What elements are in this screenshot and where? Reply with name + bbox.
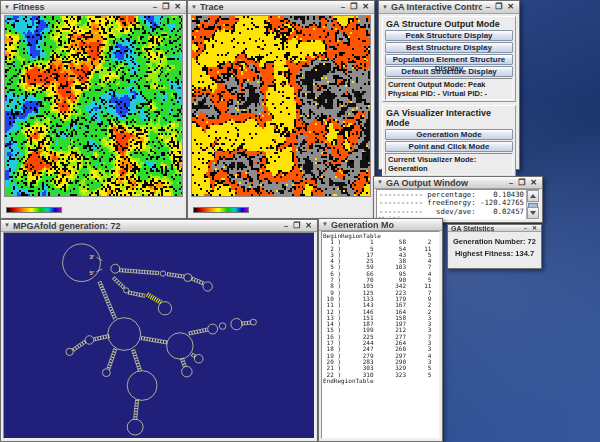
status-panel: Current Output Mode: PeakPhysical PID: -…	[385, 78, 513, 100]
generation-number-value: Generation Number: 72	[450, 236, 539, 248]
mpgafold-window-title: MPGAfold generation: 72	[13, 221, 280, 231]
fitness-map-frame	[4, 15, 183, 197]
fitness-titlebar[interactable]: ▼ Fitness – ❐ ✕	[1, 1, 186, 14]
status-panel: Current Visualizer Mode: Generation	[385, 153, 513, 175]
maximize-icon[interactable]: ❐	[161, 2, 170, 12]
generation-table-window: ▼ Generation Mo BeginRegionTable 1 ) 1 5…	[318, 218, 443, 442]
fitness-window-title: Fitness	[13, 2, 149, 12]
maximize-icon[interactable]: ❐	[494, 2, 503, 12]
ga-output-window-title: GA Output Window	[386, 178, 505, 188]
ga-statistics-body: Generation Number: 72 Highest Fitness: 1…	[448, 232, 541, 262]
fitness-colorbar	[6, 207, 62, 213]
ga-output-titlebar[interactable]: ▼ GA Output Window – ❐ ✕	[374, 177, 542, 189]
window-menu-icon[interactable]: ▼	[4, 220, 10, 232]
point-and-click-mode-button[interactable]: Point and Click Mode	[385, 141, 513, 152]
best-structure-display-button[interactable]: Best Structure Display	[385, 42, 513, 53]
region-table: BeginRegionTable 1 ) 1 58 2 -3.3 2 ) 5 5…	[322, 232, 439, 384]
mpgafold-window: ▼ MPGAfold generation: 72 – ❐ ✕ 3'5'	[0, 219, 318, 442]
close-icon[interactable]: ✕	[506, 2, 515, 12]
output-scrollbar[interactable]	[526, 190, 539, 219]
status-line: Current Output Mode: Peak	[388, 80, 510, 89]
control-group: GA Structure Output ModePeak Structure D…	[382, 16, 516, 102]
status-line: Current Visualizer Mode: Generation	[388, 155, 510, 173]
ga-statistics-window-title: GA Statistics	[451, 225, 520, 232]
minimize-icon[interactable]: –	[508, 178, 514, 188]
control-group: GA Visualizer Interactive ModeGeneration…	[382, 105, 516, 177]
ga-output-body: ---------- percentage: 0.104309 --------…	[376, 189, 540, 220]
trace-colorbar	[193, 207, 249, 213]
default-structure-display-button[interactable]: Default Structure Display	[385, 66, 513, 77]
generation-table-body: BeginRegionTable 1 ) 1 58 2 -3.3 2 ) 5 5…	[321, 231, 440, 439]
window-menu-icon[interactable]: ▼	[322, 219, 328, 231]
scroll-down-button[interactable]	[527, 207, 539, 219]
ga-controls-window-title: GA Interactive Controls	[391, 2, 482, 12]
three-prime-label: 3'	[89, 254, 94, 260]
peak-structure-display-button[interactable]: Peak Structure Display	[385, 30, 513, 41]
window-menu-icon[interactable]: ▼	[377, 177, 383, 189]
status-line: Physical PID: - Virtual PID: -	[388, 89, 510, 98]
minimize-icon[interactable]: –	[340, 2, 346, 12]
trace-map-frame	[191, 15, 371, 197]
rna-secondary-structure: 3'5'	[4, 233, 314, 438]
trace-titlebar[interactable]: ▼ Trace – ❐ ✕	[188, 1, 374, 14]
generation-table-titlebar[interactable]: ▼ Generation Mo	[319, 219, 442, 231]
minimize-icon[interactable]: –	[152, 2, 158, 12]
generation-mode-button[interactable]: Generation Mode	[385, 129, 513, 140]
maximize-icon[interactable]: ❐	[292, 221, 301, 231]
close-icon[interactable]: ✕	[529, 178, 538, 188]
minimize-icon[interactable]: –	[485, 2, 491, 12]
ga-controls-window: ▼ GA Interactive Controls – ❐ ✕ GA Struc…	[378, 0, 520, 170]
generation-table-window-title: Generation Mo	[331, 220, 438, 230]
trace-heatmap[interactable]	[192, 16, 370, 196]
mpgafold-titlebar[interactable]: ▼ MPGAfold generation: 72 – ❐ ✕	[1, 220, 317, 232]
close-icon[interactable]: ✕	[361, 2, 370, 12]
close-icon[interactable]: ✕	[531, 225, 538, 232]
highest-fitness-value: Highest Fitness: 134.7	[450, 248, 539, 260]
trace-window-title: Trace	[200, 2, 337, 12]
maximize-icon[interactable]: ❐	[517, 178, 526, 188]
minimize-icon[interactable]: –	[523, 225, 528, 232]
minimize-icon[interactable]: –	[283, 221, 289, 231]
window-menu-icon[interactable]: ▼	[191, 1, 197, 14]
rna-structure-panel[interactable]: 3'5'	[3, 232, 315, 439]
ga-statistics-window: GA Statistics – ✕ Generation Number: 72 …	[447, 224, 542, 269]
fitness-window: ▼ Fitness – ❐ ✕	[0, 0, 187, 219]
window-menu-icon[interactable]: ▼	[4, 1, 10, 14]
ga-statistics-titlebar[interactable]: GA Statistics – ✕	[448, 225, 541, 232]
arrow-down-icon	[530, 211, 536, 215]
group-label: GA Structure Output Mode	[386, 19, 513, 29]
population-element-structure-display-button[interactable]: Population Element Structure Display	[385, 54, 513, 65]
close-icon[interactable]: ✕	[173, 2, 182, 12]
window-menu-icon[interactable]: ▼	[382, 1, 388, 14]
five-prime-label: 5'	[89, 270, 94, 276]
group-label: GA Visualizer Interactive Mode	[386, 108, 513, 128]
arrow-up-icon	[530, 194, 536, 198]
ga-controls-titlebar[interactable]: ▼ GA Interactive Controls – ❐ ✕	[379, 1, 519, 14]
maximize-icon[interactable]: ❐	[349, 2, 358, 12]
scroll-up-button[interactable]	[527, 190, 539, 202]
trace-window: ▼ Trace – ❐ ✕	[187, 0, 375, 219]
close-icon[interactable]: ✕	[304, 221, 313, 231]
ga-output-log: ---------- percentage: 0.104309 --------…	[379, 191, 524, 219]
ga-output-window: ▼ GA Output Window – ❐ ✕ ---------- perc…	[373, 176, 543, 223]
fitness-heatmap[interactable]	[5, 16, 182, 196]
